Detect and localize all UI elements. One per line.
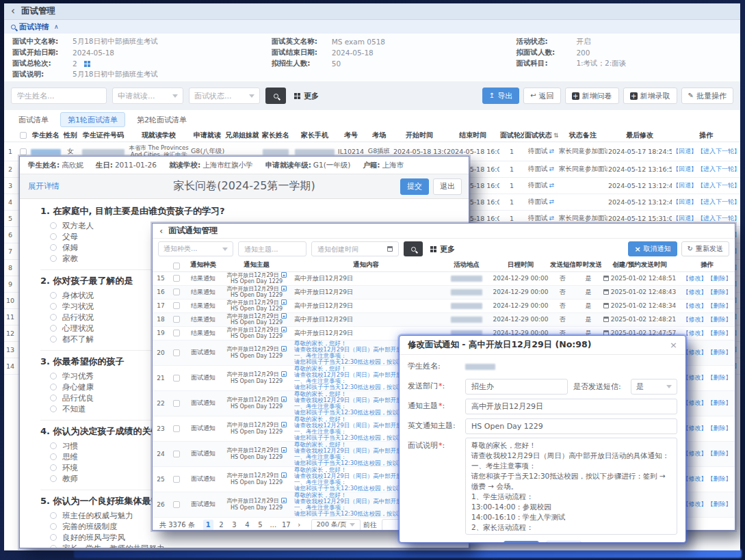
batch-operation-button[interactable]: ✎批量操作 <box>681 88 733 104</box>
row-checkbox[interactable] <box>173 400 180 407</box>
page-button[interactable]: 17 <box>281 520 291 531</box>
row-checkbox[interactable] <box>173 476 180 483</box>
row-checkbox[interactable] <box>173 316 180 323</box>
rollback-link[interactable]: 【回退】 <box>672 215 697 222</box>
modify-link[interactable]: 【修改】 <box>683 289 707 295</box>
rollback-link[interactable]: 【回退】 <box>672 198 697 205</box>
add-admission-button[interactable]: +新增录取 <box>623 88 677 104</box>
next-round-link[interactable]: 【进入下一轮】 <box>697 165 740 172</box>
next-round-link[interactable]: 【进入下一轮】 <box>697 215 740 222</box>
swap-status-icon[interactable]: ⇄ <box>549 148 554 155</box>
radio-icon[interactable] <box>50 325 57 332</box>
interview-description-textarea[interactable]: 尊敬的家长，您好！ 请查收我校12月29日（周日）高中部开放日活动的具体通知： … <box>465 438 677 535</box>
radio-icon[interactable] <box>50 475 57 482</box>
radio-icon[interactable] <box>50 233 57 240</box>
cancel-button[interactable]: 取消 <box>546 541 581 544</box>
collapse-icon[interactable]: ∧ <box>54 23 59 30</box>
row-checkbox[interactable] <box>173 451 180 457</box>
radio-icon[interactable] <box>50 244 57 251</box>
back-icon[interactable]: ‹ <box>11 6 15 16</box>
cancel-notification-button[interactable]: × 取消通知 <box>628 241 677 256</box>
radio-icon[interactable] <box>50 314 57 321</box>
radio-icon[interactable] <box>50 373 57 379</box>
row-checkbox[interactable] <box>173 349 180 356</box>
radio-icon[interactable] <box>50 292 57 299</box>
page-button[interactable]: 2 <box>216 520 226 531</box>
swap-status-icon[interactable]: ⇄ <box>549 215 554 222</box>
delete-link[interactable]: 【删除】 <box>707 302 732 309</box>
radio-icon[interactable] <box>50 336 57 343</box>
delete-link[interactable]: 【删除】 <box>707 475 732 482</box>
english-subject-input[interactable] <box>465 418 677 434</box>
exit-button[interactable]: 退出 <box>433 178 462 195</box>
row-checkbox[interactable] <box>173 275 180 282</box>
notice-subject-input[interactable] <box>465 399 677 414</box>
next-round-link[interactable]: 【进入下一轮】 <box>697 198 740 205</box>
next-round-link[interactable]: 【进入下一轮】 <box>697 182 740 189</box>
row-checkbox[interactable] <box>20 148 27 155</box>
row-checkbox[interactable] <box>173 330 180 336</box>
radio-icon[interactable] <box>50 545 57 548</box>
delete-link[interactable]: 【删除】 <box>707 275 732 282</box>
tab-round1-list[interactable]: 第1轮面试清单 <box>60 112 125 127</box>
delete-link[interactable]: 【删除】 <box>707 316 732 323</box>
export-button[interactable]: ↥导出 <box>482 88 519 104</box>
page-button[interactable]: 3 <box>229 520 239 531</box>
search-button[interactable] <box>404 241 423 256</box>
back-icon[interactable]: ‹ <box>159 226 163 236</box>
delete-link[interactable]: 【删除】 <box>707 289 732 295</box>
delete-link[interactable]: 【删除】 <box>707 399 732 406</box>
delete-link[interactable]: 【删除】 <box>707 349 732 356</box>
add-questionnaire-button[interactable]: +新增问卷 <box>565 88 619 104</box>
modify-link[interactable]: 【修改】 <box>683 316 707 323</box>
row-checkbox[interactable] <box>173 425 180 432</box>
grid-icon[interactable] <box>84 61 90 67</box>
radio-icon[interactable] <box>50 405 57 412</box>
page-size-select[interactable]: 200 条/页 <box>311 519 361 531</box>
modify-link[interactable]: 【修改】 <box>683 302 707 309</box>
modify-link[interactable]: 【修改】 <box>683 330 707 336</box>
notice-date-picker[interactable] <box>311 241 399 257</box>
close-icon[interactable]: × <box>670 341 677 349</box>
return-button[interactable]: ↩返回 <box>523 88 560 104</box>
delete-link[interactable]: 【删除】 <box>707 450 732 457</box>
delete-link[interactable]: 【删除】 <box>707 374 732 381</box>
delete-link[interactable]: 【删除】 <box>707 425 732 431</box>
interview-details-section-bar[interactable]: 面试详情 ∧ <box>4 20 740 34</box>
notice-date-input[interactable] <box>311 241 399 256</box>
student-name-input[interactable] <box>11 88 107 104</box>
rollback-link[interactable]: 【回退】 <box>672 165 697 172</box>
notice-subject-input[interactable] <box>238 241 306 256</box>
swap-status-icon[interactable]: ⇄ <box>549 165 554 172</box>
radio-icon[interactable] <box>50 453 57 460</box>
modify-link[interactable]: 【修改】 <box>683 275 707 282</box>
radio-icon[interactable] <box>50 395 57 401</box>
sort-icon[interactable]: ⇅ <box>553 132 558 139</box>
page-button[interactable]: 1 <box>203 520 213 531</box>
radio-icon[interactable] <box>50 303 57 310</box>
rollback-link[interactable]: 【回退】 <box>672 182 697 189</box>
answer-option[interactable]: 良好的班风与学风 <box>40 532 455 543</box>
row-checkbox[interactable] <box>173 375 180 382</box>
row-checkbox[interactable] <box>173 501 180 508</box>
radio-icon[interactable] <box>50 222 57 229</box>
interview-status-select[interactable]: 面试状态... <box>189 88 260 104</box>
radio-icon[interactable] <box>50 512 57 519</box>
tab-round2-list[interactable]: 第2轮面试清单 <box>129 112 194 127</box>
resend-button[interactable]: ↻ 重新发送 <box>681 241 729 256</box>
confirm-button[interactable]: 确定 <box>504 541 539 544</box>
send-sms-select[interactable]: 是 <box>631 379 677 395</box>
send-department-input[interactable] <box>465 379 568 395</box>
rollback-link[interactable]: 【回退】 <box>672 148 697 155</box>
row-checkbox[interactable] <box>173 289 180 295</box>
swap-status-icon[interactable]: ⇄ <box>549 198 554 205</box>
select-all-checkbox[interactable] <box>20 132 27 139</box>
delete-link[interactable]: 【删除】 <box>707 330 732 336</box>
row-checkbox[interactable] <box>173 302 180 309</box>
submit-button[interactable]: 提交 <box>400 178 429 195</box>
more-filters-button[interactable]: 更多 <box>430 244 455 254</box>
more-filters-button[interactable]: 更多 <box>294 91 319 101</box>
next-page-button[interactable]: › <box>294 520 304 531</box>
select-all-checkbox[interactable] <box>173 263 180 269</box>
expand-details-link[interactable]: 展开详情 <box>28 181 60 191</box>
